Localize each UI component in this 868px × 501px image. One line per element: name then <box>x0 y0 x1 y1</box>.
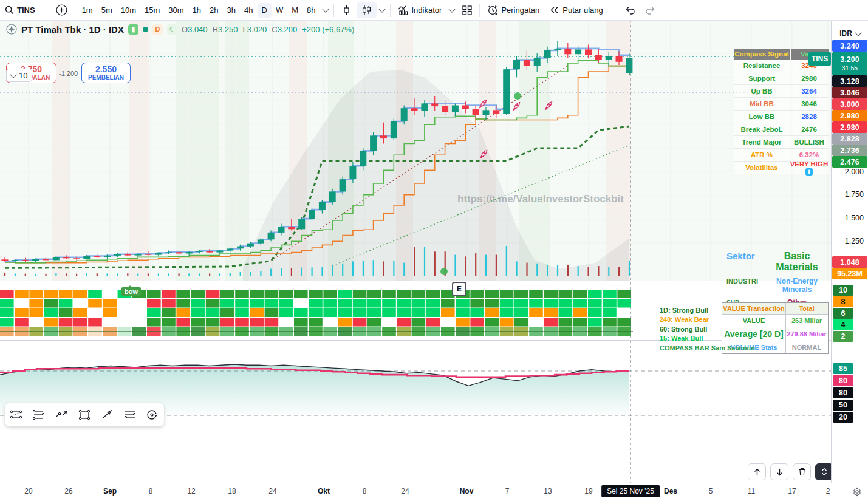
move-pane-up-button[interactable] <box>748 463 766 480</box>
timeframe-M[interactable]: M <box>287 3 302 18</box>
price-axis[interactable]: IDR TINS 3.2403.20031:553.1283.0463.0002… <box>831 20 868 483</box>
moon-badge-icon: ☾ <box>167 24 177 35</box>
compass-row: Break JeboL 2476 <box>734 123 829 136</box>
compass-header-signal: Compass Signal <box>734 49 790 60</box>
time-tick: 26 <box>64 487 72 496</box>
timeframe-30m[interactable]: 30m <box>164 3 188 18</box>
top-toolbar: TINS 1m5m10m15m30m1h2h3h4hDWM8h Indikato… <box>0 0 868 21</box>
timezone-settings-icon[interactable] <box>852 487 862 499</box>
broker-icon: ▮ <box>128 24 138 35</box>
timeframe-1h[interactable]: 1h <box>188 3 205 18</box>
move-pane-down-button[interactable] <box>770 463 788 480</box>
compass-row: Volatilitas VERY HIGH ⬆ <box>734 162 829 174</box>
horizontal-lines-tool-icon[interactable] <box>122 407 138 423</box>
indicators-collapse-button[interactable]: 10 <box>6 69 32 82</box>
compass-row: Trend Major BULLISH <box>734 136 829 149</box>
earnings-marker[interactable]: E <box>452 282 466 296</box>
compass-bar-label: COMPASS BAR Sam Salamun <box>660 344 755 353</box>
crosshair-date-badge: Sel 25 Nov '25 <box>601 485 660 497</box>
add-symbol-button[interactable] <box>51 2 72 18</box>
compass-bar-label: 15: Weak Bull <box>660 334 755 343</box>
time-tick: 20 <box>24 487 32 496</box>
parallel-lines-tool-icon[interactable] <box>31 407 47 423</box>
chart-style-bars-button[interactable] <box>337 2 357 18</box>
symbol-search-label: TINS <box>17 5 35 15</box>
pane-scale-label: 85 <box>833 363 853 374</box>
price-label: 3.000 <box>832 98 867 110</box>
timeframe-W[interactable]: W <box>272 3 287 18</box>
time-tick: Sep <box>103 487 117 496</box>
undo-icon <box>624 6 635 15</box>
redo-button[interactable] <box>640 2 661 18</box>
indicators-label: Indikator <box>412 5 442 15</box>
timeframe-5m[interactable]: 5m <box>97 3 117 18</box>
price-label: 1.048 <box>832 256 867 268</box>
compass-row: Low BB 2828 <box>734 111 829 123</box>
circle-tool-icon[interactable] <box>145 407 160 423</box>
layout-grid-button[interactable] <box>457 2 477 18</box>
alerts-button[interactable]: Peringatan <box>482 2 544 18</box>
time-axis[interactable]: 2026Sep8121824Okt824Nov71319Des511172 Se… <box>0 483 868 501</box>
trend-line-tool-icon[interactable] <box>9 407 24 423</box>
currency-dropdown[interactable]: IDR <box>832 27 868 41</box>
time-tick: 8 <box>363 487 367 496</box>
timeframe-2h[interactable]: 2h <box>205 3 222 18</box>
bar-chart-style-icon <box>341 5 352 15</box>
symbol-search-button[interactable]: TINS <box>0 2 40 18</box>
timeframe-1m[interactable]: 1m <box>78 3 97 18</box>
chart-style-candles-button[interactable] <box>357 2 377 18</box>
timeframe-15m[interactable]: 15m <box>140 3 164 18</box>
undo-button[interactable] <box>620 2 640 18</box>
indicators-button[interactable]: Indikator <box>393 2 447 18</box>
time-tick: Okt <box>318 487 330 496</box>
timeframe-10m[interactable]: 10m <box>117 3 140 18</box>
compass-signal-panel: Compass SignalValue Resistance 3240Suppo… <box>734 49 829 174</box>
time-tick: 11 <box>748 487 755 496</box>
price-label: 3.046 <box>832 87 867 98</box>
price-tick: 1.250 <box>845 237 864 245</box>
timeframe-4h[interactable]: 4h <box>240 3 257 18</box>
arrow-tool-icon[interactable] <box>99 407 115 423</box>
polyline-tool-icon[interactable] <box>54 407 70 423</box>
drawing-toolbar <box>5 403 164 426</box>
replay-button[interactable]: Putar ulang <box>544 2 608 18</box>
timeframe-8h[interactable]: 8h <box>302 3 320 18</box>
pane-scale-label: 80 <box>833 375 853 386</box>
timeframe-3h[interactable]: 3h <box>223 3 240 18</box>
time-tick: 24 <box>401 487 409 496</box>
price-tick: 2.000 <box>845 168 864 176</box>
chart-style-menu-button[interactable] <box>377 2 388 18</box>
time-tick: 7 <box>505 487 510 496</box>
price-label: 2.980 <box>832 110 867 121</box>
price-label: 2.980 <box>832 121 867 133</box>
price-tick: 1.500 <box>845 214 864 222</box>
price-tick: 1.750 <box>845 190 864 199</box>
delete-pane-button[interactable] <box>793 463 811 480</box>
symbol-title[interactable]: PT Timah Tbk · 1D · IDX <box>21 24 124 35</box>
timeframe-list: 1m5m10m15m30m1h2h3h4hDWM8h <box>78 3 320 18</box>
price-label: 2.736 <box>832 145 867 156</box>
timeframe-D[interactable]: D <box>258 3 272 18</box>
pane-scale-label: 6 <box>833 308 853 319</box>
sector-row: Sektor Basic Materials <box>726 251 831 273</box>
ohlc-values: O3.040 H3.250 L3.020 C3.200 +200 (+6,67%… <box>182 25 354 34</box>
chart-canvas[interactable]: PT Timah Tbk · 1D · IDX ▮ D ☾ O3.040 H3.… <box>0 20 831 483</box>
time-tick: 18 <box>228 487 236 496</box>
timeframe-menu-button[interactable] <box>320 2 331 18</box>
price-label: 3.128 <box>832 75 867 87</box>
time-tick: 12 <box>187 487 195 496</box>
time-tick: Des <box>664 487 677 496</box>
compass-row: Support 2980 <box>734 72 829 85</box>
dividend-badge-icon: D <box>152 24 163 35</box>
price-label: 2.828 <box>832 133 867 145</box>
time-tick: 24 <box>268 487 276 496</box>
compass-bar-label: 240: Weak Bear <box>660 315 755 324</box>
up-arrow-icon: ⬆ <box>805 168 813 176</box>
symbol-price-tag: TINS <box>808 52 831 66</box>
compass-bar-labels: 1D: Strong Bull240: Weak Bear60: Strong … <box>660 306 755 353</box>
rectangle-tool-icon[interactable] <box>77 407 92 423</box>
stockbit-fan-icon <box>6 24 17 35</box>
time-tick: 19 <box>584 487 592 496</box>
indicator-templates-button[interactable] <box>446 2 457 18</box>
status-dot-icon <box>143 27 148 32</box>
